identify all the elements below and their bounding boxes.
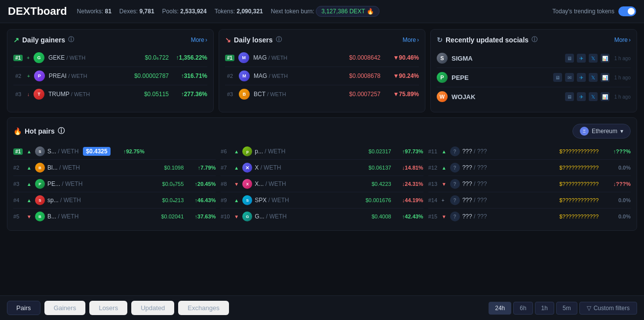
token-change: ↑46.43% <box>186 197 216 203</box>
list-item: P PEPE 🖥 ✉ ✈ 𝕏 📊 1 h ago <box>437 68 631 87</box>
gainers-title: ↗ Daily gainers ⓘ <box>13 36 74 44</box>
token-change: ↑316.71% <box>173 72 207 79</box>
trend-up-icon: ▲ <box>234 198 240 203</box>
trend-up-icon: ▲ <box>234 149 240 154</box>
token-price: $???????????? <box>559 197 599 203</box>
token-name: B... / WETH <box>47 213 78 220</box>
rank: #6 <box>221 148 231 154</box>
daily-gainers-card: ↗ Daily gainers ⓘ More › #1 + G GEKE / W… <box>7 29 214 112</box>
gainers-more-link[interactable]: More › <box>191 36 207 43</box>
token-name: TRUMP / WETH <box>48 91 90 98</box>
telegram-icon[interactable]: ✈ <box>577 92 586 101</box>
token-change: 0.0% <box>601 165 631 171</box>
chart-icon[interactable]: 📊 <box>601 92 609 101</box>
avatar: T <box>34 89 44 100</box>
rank: #3 <box>13 181 24 187</box>
rank: #9 <box>221 197 231 203</box>
rank: #15 <box>428 213 439 219</box>
gainers-card-header: ↗ Daily gainers ⓘ More › <box>13 36 207 44</box>
losers-info-icon[interactable]: ⓘ <box>276 36 282 44</box>
token-name: ??? / ??? <box>462 148 487 155</box>
network-select[interactable]: Ξ Ethereum ▾ <box>572 124 631 139</box>
website-icon[interactable]: 🖥 <box>553 73 562 82</box>
table-row: #2 M MAG / WETH $0.0008678 ▼90.24% <box>225 67 419 85</box>
hot-pairs-info-icon[interactable]: ⓘ <box>58 127 65 136</box>
gainers-info-icon[interactable]: ⓘ <box>68 36 74 44</box>
avatar: ? <box>450 163 460 173</box>
hot-pairs-col-1: #1 ▲ S S... / WETH $0.4325 ↑92.75% #2 ▲ … <box>13 143 216 224</box>
rank: #4 <box>13 197 24 203</box>
rank: #1 <box>13 148 24 154</box>
rank: #2 <box>225 73 235 79</box>
website-icon[interactable]: 🖥 <box>565 92 574 101</box>
token-change: ↓24.31% <box>394 181 423 187</box>
table-row: #13 ▼ ? ??? / ??? $???????????? ↓???% <box>428 176 631 192</box>
website-icon[interactable]: 🖥 <box>565 54 574 63</box>
chevron-down-icon: ▾ <box>620 128 623 135</box>
twitter-icon[interactable]: 𝕏 <box>589 73 598 82</box>
trending-toggle-switch[interactable] <box>618 6 636 16</box>
token-change: 0.0% <box>601 197 631 203</box>
avatar: ? <box>450 212 460 221</box>
twitter-icon[interactable]: 𝕏 <box>589 54 598 63</box>
socials-info-icon[interactable]: ⓘ <box>531 36 537 44</box>
burn-badge: 3,127,386 DEXT 🔥 <box>316 6 379 17</box>
table-row: #8 ▼ X X... / WETH $0.4223 ↓24.31% <box>221 176 423 192</box>
chart-icon[interactable]: 📊 <box>601 73 609 82</box>
rank-badge: #1 <box>225 55 234 61</box>
trend-up-icon: ▲ <box>442 165 448 171</box>
avatar: ? <box>450 179 460 189</box>
hot-pairs-col-2: #6 ▲ p p... / WETH $0.02317 ↑97.73% #7 ▲… <box>221 143 423 224</box>
losers-card-header: ↘ Daily losers ⓘ More › <box>225 36 419 44</box>
token-price: $0.00002787 <box>134 72 169 79</box>
token-price: $???????????? <box>559 181 599 187</box>
list-item: W WOJAK 🖥 ✈ 𝕏 📊 1 h ago <box>437 87 631 106</box>
token-price: $0.06137 <box>369 165 391 171</box>
avatar: S <box>242 195 252 205</box>
losers-more-link[interactable]: More › <box>403 36 419 43</box>
mail-icon[interactable]: ✉ <box>565 73 574 82</box>
token-change: 0.0% <box>601 213 631 219</box>
chart-icon[interactable]: 📊 <box>601 54 609 63</box>
trending-toggle: Today's trending tokens <box>552 6 636 16</box>
table-row: #1 M MAG / WETH $0.0008642 ▼90.46% <box>225 49 419 67</box>
avatar: W <box>437 91 448 102</box>
hot-pairs-col-3: #11 ▲ ? ??? / ??? $???????????? ↑???% #1… <box>428 143 631 224</box>
trend-down-icon: ↓ <box>27 92 30 97</box>
table-row: #3 B BCT / WETH $0.0007257 ▼75.89% <box>225 85 419 103</box>
daily-losers-card: ↘ Daily losers ⓘ More › #1 M MAG / WETH … <box>219 29 425 112</box>
social-icons-group: 🖥 ✉ ✈ 𝕏 📊 1 h ago <box>553 73 631 82</box>
token-price-highlight: $0.4325 <box>83 147 110 156</box>
rank: #11 <box>428 148 439 154</box>
twitter-icon[interactable]: 𝕏 <box>589 92 598 101</box>
token-change: ↑92.75% <box>115 148 145 154</box>
telegram-icon[interactable]: ✈ <box>577 73 586 82</box>
token-price: $0.0007257 <box>349 91 380 98</box>
table-row: #3 ↓ T TRUMP / WETH $0.05115 ↑277.36% <box>13 85 207 103</box>
token-price: $0.0₄213 <box>162 197 184 204</box>
token-change: ↑7.79% <box>186 165 216 171</box>
token-name: PE... / WETH <box>47 180 82 187</box>
avatar: ✕ <box>242 163 252 173</box>
avatar: S <box>35 195 45 205</box>
token-name: ??? / ??? <box>462 180 487 187</box>
telegram-icon[interactable]: ✈ <box>577 54 586 63</box>
social-icons-group: 🖥 ✈ 𝕏 📊 1 h ago <box>565 92 631 101</box>
rank: #5 <box>13 213 24 219</box>
trend-up-icon: ▲ <box>442 149 448 154</box>
hot-pairs-card: 🔥 Hot pairs ⓘ Ξ Ethereum ▾ #1 ▲ S S... /… <box>7 117 637 231</box>
table-row: #1 ▲ S S... / WETH $0.4325 ↑92.75% <box>13 143 216 160</box>
token-change: ↑1,356.22% <box>173 54 207 61</box>
socials-more-link[interactable]: More › <box>614 36 631 43</box>
table-row: #6 ▲ p p... / WETH $0.02317 ↑97.73% <box>221 143 423 160</box>
token-change: ▼75.89% <box>384 91 419 98</box>
trend-down-icon: ▼ <box>234 181 240 187</box>
token-change: ↑97.73% <box>394 148 423 154</box>
trend-down-icon: ▼ <box>442 181 448 187</box>
token-change: ↓???% <box>601 181 631 187</box>
token-name: X... / WETH <box>255 180 286 187</box>
trend-up-icon: + <box>27 73 30 79</box>
socials-title: ↻ Recently updated socials ⓘ <box>437 36 537 44</box>
token-name: sp... / WETH <box>47 197 81 204</box>
tokens-stat: Tokens: 2,090,321 <box>215 8 263 15</box>
